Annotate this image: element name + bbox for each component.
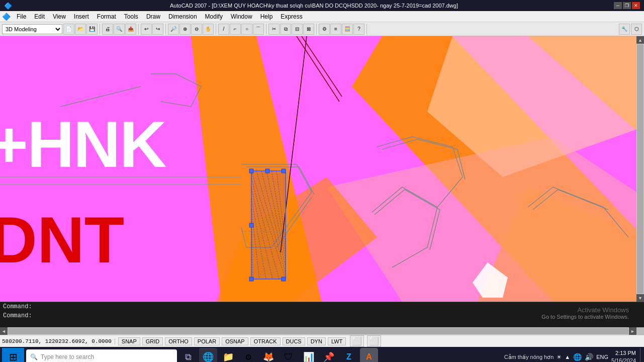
tray-show-desktop[interactable]: [640, 348, 642, 362]
toolbar-group-view: 🔎 ⊕ ⊖ ✋: [168, 24, 216, 35]
vertical-scrollbar[interactable]: ▲ ▼: [636, 36, 644, 302]
minimize-button[interactable]: ─: [614, 2, 622, 9]
tb-matchprop[interactable]: ≡: [330, 24, 341, 35]
status-ducs[interactable]: DUCS: [283, 337, 305, 345]
menu-express[interactable]: Express: [277, 12, 306, 21]
scroll-down-btn[interactable]: ▼: [636, 294, 644, 302]
svg-rect-29: [282, 277, 286, 281]
tb-navscube[interactable]: ⬡: [631, 24, 642, 35]
scroll-left-btn[interactable]: ◄: [0, 327, 8, 335]
toolbar-group-modify: ✂ ⧉ ⊟ ⊠: [268, 24, 317, 35]
menu-draw[interactable]: Draw: [142, 12, 164, 21]
system-tray: Cảm thấy nóng hơn ☀ ▲ 🌐 🔊 ENG 2:13 PM 5/…: [504, 348, 642, 362]
tb-line[interactable]: /: [218, 24, 229, 35]
taskbar-app-pin1[interactable]: 📌: [320, 348, 338, 362]
workspace-select[interactable]: 3D Modeling AutoCAD Classic 2D Drafting …: [2, 24, 62, 34]
tb-calculator[interactable]: 🧮: [342, 24, 353, 35]
scroll-up-btn[interactable]: ▲: [636, 36, 644, 44]
svg-rect-28: [249, 277, 253, 281]
status-osnap[interactable]: OSNAP: [222, 337, 248, 345]
tray-network-icon[interactable]: 🌐: [573, 353, 582, 361]
taskbar-app-excel[interactable]: 📊: [300, 348, 318, 362]
status-lwt[interactable]: LWT: [328, 337, 346, 345]
tb-zoom-prev[interactable]: ⊖: [191, 24, 202, 35]
task-view-button[interactable]: ⧉: [179, 348, 197, 362]
horizontal-scrollbar[interactable]: ◄ ►: [0, 327, 636, 335]
menu-help[interactable]: Help: [256, 12, 277, 21]
taskbar-app-autocad[interactable]: A: [360, 348, 378, 362]
statusbar: 580200.7110, 1220232.6092, 0.0000 SNAP G…: [0, 335, 644, 347]
status-grid[interactable]: GRID: [142, 337, 163, 345]
tb-print[interactable]: 🖨: [102, 24, 113, 35]
tb-save[interactable]: 💾: [86, 24, 98, 35]
status-ortho[interactable]: ORTHO: [165, 337, 192, 345]
taskbar-app-settings[interactable]: ⚙: [239, 348, 257, 362]
svg-rect-27: [282, 169, 286, 173]
scroll-right-btn[interactable]: ►: [629, 327, 636, 335]
menu-insert[interactable]: Insert: [70, 12, 93, 21]
tb-mirror[interactable]: ⊟: [292, 24, 303, 35]
tray-lang[interactable]: ENG: [596, 354, 608, 360]
status-coordinates: 580200.7110, 1220232.6092, 0.0000: [2, 338, 115, 344]
tb-erase[interactable]: ✂: [268, 24, 280, 35]
tb-pan[interactable]: ✋: [203, 24, 214, 35]
tb-arc[interactable]: ⌒: [253, 24, 264, 35]
window-controls: ─ ❐ ✕: [614, 2, 640, 9]
window-title: AutoCAD 2007 - [D:\XEM QUY HOACH\ky thua…: [14, 3, 614, 9]
menu-format[interactable]: Format: [93, 12, 120, 21]
toolbar-group-draw: / ⌐ ○ ⌒: [218, 24, 266, 35]
tb-properties[interactable]: ⚙: [319, 24, 330, 35]
svg-rect-31: [249, 223, 253, 227]
menu-dimension[interactable]: Dimension: [164, 12, 201, 21]
app-logo: 🔷: [4, 2, 12, 10]
tb-publish[interactable]: 📤: [125, 24, 136, 35]
tb-open[interactable]: 📂: [75, 24, 86, 35]
taskbar-app-zalo[interactable]: Z: [340, 348, 358, 362]
menu-window[interactable]: Window: [227, 12, 256, 21]
taskbar-search[interactable]: 🔍 Type here to search: [26, 349, 177, 362]
canvas-area[interactable]: + +HNK DNT ▲ ▼: [0, 36, 644, 302]
windows-logo: ⊞: [9, 351, 18, 362]
search-placeholder: Type here to search: [41, 353, 94, 360]
close-button[interactable]: ✕: [632, 2, 640, 9]
restore-button[interactable]: ❐: [623, 2, 631, 9]
menu-modify[interactable]: Modify: [201, 12, 227, 21]
status-polar[interactable]: POLAR: [194, 337, 220, 345]
status-dyn[interactable]: DYN: [307, 337, 326, 345]
tb-zoom-realtime[interactable]: ⊕: [179, 24, 191, 35]
status-model-btn[interactable]: ⬜: [350, 335, 364, 347]
tray-weather-icon: ☀: [557, 354, 562, 360]
tb-undo[interactable]: ↩: [141, 24, 152, 35]
tb-polyline[interactable]: ⌐: [230, 24, 241, 35]
tb-circle[interactable]: ○: [241, 24, 252, 35]
system-clock[interactable]: 2:13 PM 5/16/2024: [611, 349, 636, 362]
status-snap[interactable]: SNAP: [118, 337, 140, 345]
status-paper-btn[interactable]: ⬜: [367, 335, 381, 347]
activate-windows-watermark: Activate Windows Go to Settings to activ…: [541, 306, 629, 320]
tb-zoom-window[interactable]: 🔎: [168, 24, 179, 35]
scrollbar-corner: [636, 327, 644, 335]
menu-file[interactable]: File: [13, 12, 30, 21]
menu-edit[interactable]: Edit: [30, 12, 49, 21]
tb-offset[interactable]: ⊠: [303, 24, 314, 35]
cad-text-dnt: DNT: [0, 207, 124, 273]
status-otrack[interactable]: OTRACK: [250, 337, 281, 345]
tb-navswheel[interactable]: 🔧: [619, 24, 630, 35]
tb-preview[interactable]: 🔍: [114, 24, 125, 35]
taskbar-app-edge[interactable]: 🌐: [199, 348, 217, 362]
tb-help[interactable]: ?: [353, 24, 364, 35]
menu-tools[interactable]: Tools: [120, 12, 142, 21]
app-logo-small: 🔷: [2, 13, 11, 21]
taskbar-app-security[interactable]: 🛡: [280, 348, 298, 362]
tb-new[interactable]: 📄: [63, 24, 74, 35]
command-area: Command: Command: Activate Windows Go to…: [0, 302, 644, 335]
tb-redo[interactable]: ↪: [152, 24, 163, 35]
tray-hidden-icons[interactable]: ▲: [565, 354, 570, 360]
taskbar-app-explorer[interactable]: 📁: [219, 348, 237, 362]
tray-weather-text: Cảm thấy nóng hơn: [504, 354, 554, 360]
tray-volume-icon[interactable]: 🔊: [585, 353, 593, 361]
menu-view[interactable]: View: [49, 12, 70, 21]
start-button[interactable]: ⊞: [2, 348, 24, 362]
taskbar-app-firefox[interactable]: 🦊: [259, 348, 278, 362]
tb-copy[interactable]: ⧉: [280, 24, 291, 35]
